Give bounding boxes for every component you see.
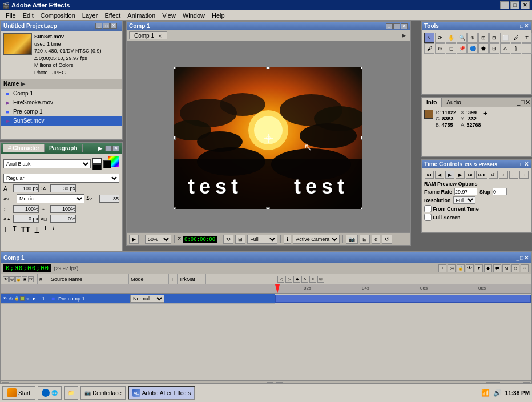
- step-fwd-btn[interactable]: ▶: [456, 171, 465, 179]
- layer-bar[interactable]: [275, 295, 531, 303]
- comp-close-btn[interactable]: ✕: [401, 23, 408, 29]
- play-btn[interactable]: ▶: [445, 171, 454, 179]
- tl-col-icon-eye[interactable]: 👁: [3, 276, 9, 282]
- character-menu-btn[interactable]: ▶: [96, 145, 104, 152]
- tool-camera-rotate[interactable]: ⊕: [467, 33, 478, 43]
- tl-switch-btn[interactable]: ⇄: [493, 264, 501, 272]
- info-maximize-btn[interactable]: □: [521, 99, 525, 106]
- kerning-input[interactable]: [99, 195, 119, 203]
- tl-expand-btn[interactable]: ⊞: [317, 276, 324, 283]
- zoom-select[interactable]: 50%100%25%: [145, 235, 171, 244]
- layer-lock-icon[interactable]: 🔒: [14, 296, 19, 302]
- layer-eye-icon[interactable]: 👁: [2, 296, 7, 302]
- start-button[interactable]: Start: [2, 386, 35, 400]
- taskbar-ie-item[interactable]: 🌐: [38, 386, 62, 400]
- style-T-super[interactable]: T: [52, 225, 55, 234]
- layer-fx-icon[interactable]: fx: [25, 296, 30, 302]
- project-minimize-btn[interactable]: _: [95, 23, 102, 29]
- menu-file[interactable]: File: [2, 11, 19, 19]
- tab-audio[interactable]: Audio: [442, 98, 466, 107]
- list-item[interactable]: ■ Pre-comp 1: [1, 107, 122, 116]
- tab-info[interactable]: Info: [422, 98, 442, 107]
- tl-col-icon-fx[interactable]: fx: [28, 276, 34, 282]
- font-style-select[interactable]: Regular: [3, 174, 119, 183]
- menu-effect[interactable]: Effect: [101, 11, 124, 19]
- tl-col-icon-solo[interactable]: ◎: [9, 276, 15, 282]
- tl-minimize-btn[interactable]: _: [516, 255, 519, 261]
- fill-color[interactable]: [92, 158, 102, 164]
- tl-col-icon-lock[interactable]: 🔒: [15, 276, 21, 282]
- tl-flow-btn[interactable]: ⌗: [309, 276, 316, 283]
- menu-view[interactable]: View: [159, 11, 179, 19]
- tool-eraser[interactable]: ◻: [446, 43, 456, 54]
- menu-window[interactable]: Window: [179, 11, 208, 19]
- time-minimize-btn[interactable]: _: [516, 161, 519, 167]
- tsumi-input[interactable]: [50, 215, 76, 223]
- tool-select[interactable]: ↖: [424, 33, 434, 43]
- tl-hide-btn[interactable]: 👁: [466, 264, 474, 272]
- handle-bot-left[interactable]: [174, 207, 176, 209]
- minimize-button[interactable]: _: [500, 1, 509, 9]
- next-frame-btn[interactable]: →: [519, 171, 529, 179]
- tools-minimize-btn[interactable]: _: [516, 23, 519, 29]
- tl-time-stretch-btn[interactable]: ↔: [521, 264, 529, 272]
- stroke-color[interactable]: [92, 164, 102, 170]
- char-close-btn[interactable]: ✕: [112, 146, 119, 151]
- tl-motion-path[interactable]: ∿: [301, 276, 308, 283]
- menu-help[interactable]: Help: [208, 11, 228, 19]
- tl-keyframe-nav-fwd[interactable]: ▷: [285, 276, 292, 283]
- tl-marker-btn[interactable]: ◆: [484, 264, 492, 272]
- table-row[interactable]: 👁 ◎ 🔒 fx ▶ 1 ■ Pre-comp 1 Normal: [1, 294, 275, 304]
- info-minimize-btn[interactable]: _: [517, 99, 520, 106]
- tool-rotate[interactable]: ⟳: [435, 33, 445, 43]
- tool-zoom[interactable]: 🔍: [457, 33, 467, 43]
- tl-keyframe-nav-back[interactable]: ◁: [277, 276, 284, 283]
- goto-end-btn[interactable]: ⏭: [466, 171, 475, 179]
- list-item[interactable]: ■ Comp 1: [1, 89, 122, 98]
- tl-keyframe-btn[interactable]: ◇: [511, 264, 519, 272]
- time-close-btn[interactable]: ✕: [524, 161, 529, 167]
- play-button[interactable]: ▶: [129, 235, 139, 244]
- tool-expr[interactable]: }: [511, 43, 521, 54]
- close-button[interactable]: ✕: [521, 1, 530, 9]
- tools-maximize-btn[interactable]: □: [520, 23, 523, 29]
- style-T-underline[interactable]: T: [35, 225, 39, 234]
- skip-input[interactable]: [493, 188, 507, 195]
- tool-shape[interactable]: ⬟: [478, 43, 489, 54]
- tl-solo-btn[interactable]: ◎: [448, 264, 456, 272]
- info-close-btn[interactable]: ✕: [525, 99, 530, 106]
- tool-text[interactable]: T: [522, 33, 532, 43]
- color-swatches[interactable]: [103, 156, 119, 172]
- alpha-btn[interactable]: α: [372, 235, 380, 244]
- tl-show-keys[interactable]: ◆: [293, 276, 300, 283]
- vscale-input[interactable]: [13, 205, 39, 213]
- hscale-input[interactable]: [50, 205, 76, 213]
- tool-brush[interactable]: 🖌: [424, 43, 434, 54]
- menu-layer[interactable]: Layer: [79, 11, 102, 19]
- tl-lock-btn[interactable]: 🔒: [457, 264, 465, 272]
- camera-select[interactable]: Active Camera: [293, 235, 340, 244]
- style-T-sub[interactable]: T: [44, 225, 47, 234]
- char-minimize-btn[interactable]: _: [105, 146, 112, 151]
- layer-color-icon[interactable]: [20, 296, 25, 301]
- handle-top-center[interactable]: [266, 67, 270, 69]
- handle-mid-right[interactable]: [361, 136, 362, 140]
- tab-paragraph[interactable]: Paragraph: [45, 144, 82, 152]
- layer-solo-icon[interactable]: ◎: [8, 296, 13, 302]
- list-item[interactable]: ▶ FireSmoke.mov: [1, 98, 122, 107]
- style-T-small[interactable]: T: [13, 225, 17, 234]
- project-menu-btn[interactable]: ▶: [19, 81, 27, 87]
- menu-composition[interactable]: Composition: [37, 11, 79, 19]
- tool-roto[interactable]: 🔵: [467, 43, 478, 54]
- tl-collapse-btn[interactable]: ▼: [475, 264, 483, 272]
- tl-mode-btn[interactable]: M: [502, 264, 510, 272]
- handle-top-left[interactable]: [174, 67, 176, 69]
- handle-bot-right[interactable]: [361, 207, 362, 209]
- tool-misc[interactable]: —: [522, 43, 532, 54]
- font-size-input[interactable]: [13, 184, 39, 192]
- step-back-btn[interactable]: ◀: [435, 171, 444, 179]
- project-maximize-btn[interactable]: □: [103, 23, 110, 29]
- handle-top-right[interactable]: [361, 67, 362, 69]
- ram-preview-btn[interactable]: ⏭▶: [476, 171, 487, 179]
- project-close-btn[interactable]: ✕: [110, 23, 117, 29]
